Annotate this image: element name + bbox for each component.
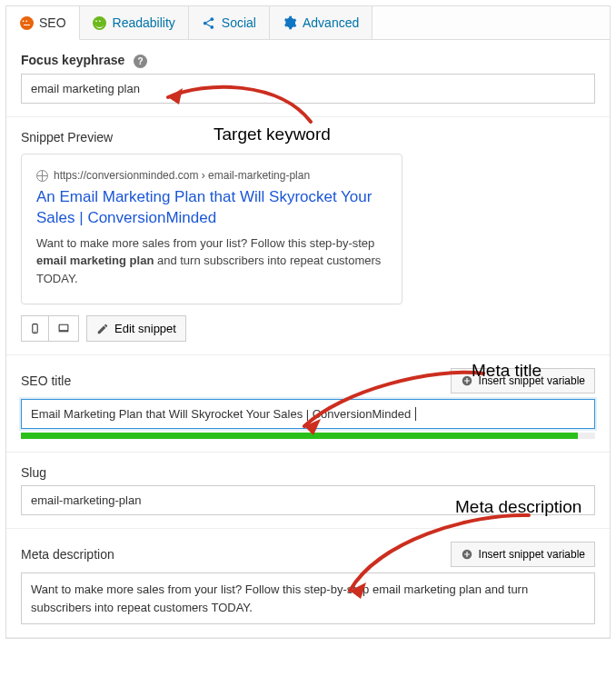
tab-seo-label: SEO [39,15,66,30]
slug-section: Slug email-marketing-plan [6,453,610,529]
device-desktop-button[interactable] [48,316,78,341]
focus-keyphrase-label: Focus keyphrase [21,53,124,67]
snippet-toolbar: Edit snippet [21,315,595,342]
snippet-title: An Email Marketing Plan that Will Skyroc… [36,187,387,229]
device-toggle [21,315,79,342]
slug-input[interactable]: email-marketing-plan [21,485,595,515]
gear-icon [283,15,297,30]
help-icon[interactable]: ? [134,55,147,68]
svg-line-4 [207,24,211,26]
seo-title-label: SEO title [21,373,71,388]
svg-line-3 [207,20,211,23]
snippet-desc-bold: email marketing plan [36,254,154,267]
tab-seo[interactable]: SEO [6,6,80,40]
meta-description-label: Meta description [21,547,114,562]
share-icon [202,15,216,30]
svg-point-2 [211,25,214,29]
slug-label: Slug [21,465,46,480]
svg-point-6 [35,332,35,333]
snippet-preview-heading: Snippet Preview [21,130,595,144]
edit-snippet-button[interactable]: Edit snippet [86,315,186,342]
pencil-icon [96,323,109,335]
insert-variable-title-label: Insert snippet variable [479,374,585,387]
meta-description-value: Want to make more sales from your list? … [31,582,528,614]
tab-social-label: Social [222,15,256,30]
snippet-desc-pre: Want to make more sales from your list? … [36,236,374,250]
seo-title-section: SEO title Insert snippet variable Email … [6,355,610,453]
slug-value: email-marketing-plan [31,493,141,507]
globe-icon [36,170,48,182]
edit-snippet-label: Edit snippet [114,322,176,335]
svg-rect-7 [59,325,68,332]
svg-point-0 [211,17,214,21]
focus-keyphrase-section: Focus keyphrase ? email marketing plan [6,40,610,117]
snippet-url: https://conversionminded.com › email-mar… [54,167,310,184]
plus-circle-icon [461,548,473,561]
meta-description-input[interactable]: Want to make more sales from your list? … [21,572,595,624]
tab-readability[interactable]: Readability [80,6,189,39]
tabs-bar: SEO Readability Social Advanced [6,6,610,40]
meta-description-section: Meta description Insert snippet variable… [6,529,610,638]
snippet-preview-section: Snippet Preview https://conversionminded… [6,117,610,355]
plus-circle-icon [461,374,473,387]
focus-keyphrase-value: email marketing plan [31,82,140,95]
tab-social[interactable]: Social [189,6,270,39]
tab-readability-label: Readability [113,15,175,30]
snippet-preview-card: https://conversionminded.com › email-mar… [21,154,402,304]
insert-snippet-variable-desc-button[interactable]: Insert snippet variable [451,542,595,567]
tab-advanced-label: Advanced [303,15,359,30]
insert-snippet-variable-title-button[interactable]: Insert snippet variable [451,368,595,393]
seo-title-progress [21,433,595,439]
insert-variable-desc-label: Insert snippet variable [479,548,585,561]
face-neutral-icon [19,15,34,30]
device-mobile-button[interactable] [22,316,48,341]
focus-keyphrase-input[interactable]: email marketing plan [21,74,595,104]
svg-point-1 [204,21,207,25]
seo-title-input[interactable]: Email Marketing Plan that Will Skyrocket… [21,399,595,429]
tab-advanced[interactable]: Advanced [270,6,373,39]
seo-title-value: Email Marketing Plan that Will Skyrocket… [31,407,411,421]
face-smile-icon [93,15,107,30]
snippet-description: Want to make more sales from your list? … [36,234,387,288]
